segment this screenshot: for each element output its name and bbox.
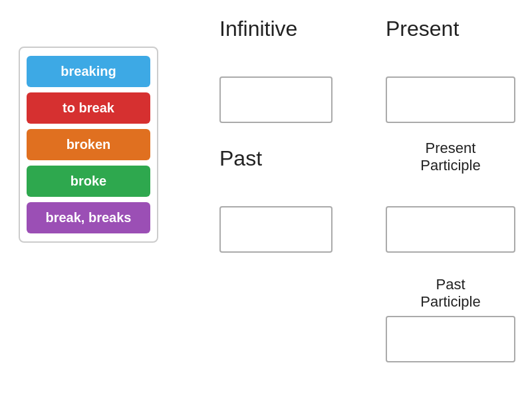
header-present: Present <box>386 17 459 41</box>
header-present-participle: PresentParticiple <box>386 140 515 174</box>
header-past-participle: PastParticiple <box>386 276 515 311</box>
card-broke[interactable]: broke <box>27 166 150 197</box>
dropzone-past-participle[interactable] <box>386 316 515 362</box>
card-break-breaks[interactable]: break, breaks <box>27 202 150 233</box>
dropzone-present-participle[interactable] <box>386 206 515 253</box>
card-to-break[interactable]: to break <box>27 92 150 124</box>
header-past: Past <box>219 146 262 171</box>
dropzone-infinitive[interactable] <box>219 76 332 123</box>
header-infinitive: Infinitive <box>219 17 297 41</box>
dropzone-past[interactable] <box>219 206 332 253</box>
card-broken[interactable]: broken <box>27 129 150 160</box>
dropzone-present[interactable] <box>386 76 515 123</box>
card-breaking[interactable]: breaking <box>27 56 150 87</box>
drop-area: Infinitive Present Past PresentParticipl… <box>180 0 532 399</box>
word-card-panel: breaking to break broken broke break, br… <box>19 47 158 243</box>
